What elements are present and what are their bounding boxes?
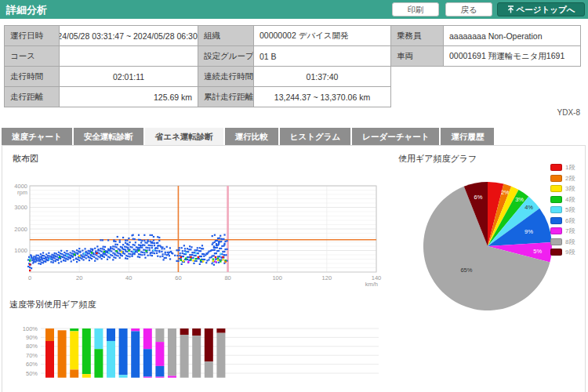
speedband-stacked-bars: 100%90%80%70%60%50% — [0, 294, 588, 392]
tab-レーダーチャート[interactable]: レーダーチャート — [352, 128, 439, 145]
page-top-button[interactable]: ページトップへ — [497, 2, 585, 16]
info-label: 走行時間 — [5, 67, 60, 87]
svg-text:60: 60 — [175, 274, 181, 281]
legend-item: 5段 — [550, 205, 575, 216]
svg-text:4%: 4% — [524, 204, 533, 211]
legend-item: 3段 — [550, 183, 575, 194]
legend-label: 6段 — [565, 216, 575, 225]
svg-text:70%: 70% — [26, 352, 38, 359]
svg-text:60%: 60% — [26, 361, 38, 368]
back-button[interactable]: 戻る — [445, 2, 492, 16]
info-label: 累計走行距離 — [198, 87, 254, 107]
legend-label: 7段 — [565, 227, 575, 235]
info-value: 02:01:11 — [60, 67, 198, 87]
info-value — [60, 46, 198, 67]
tab-安全運転診断[interactable]: 安全運転診断 — [74, 128, 143, 145]
svg-text:0: 0 — [28, 274, 31, 281]
svg-text:90%: 90% — [26, 334, 38, 341]
tab-運行比較[interactable]: 運行比較 — [225, 128, 278, 145]
legend-swatch — [550, 217, 562, 224]
svg-text:km/h: km/h — [365, 281, 378, 288]
info-filler — [391, 87, 581, 107]
legend-swatch — [550, 206, 562, 213]
gear-pie-title: 使用ギア頻度グラフ — [398, 153, 477, 165]
svg-text:3000: 3000 — [14, 204, 27, 211]
legend-swatch — [550, 196, 562, 203]
legend-label: 1段 — [565, 163, 575, 172]
legend-swatch — [550, 238, 562, 245]
legend-swatch — [550, 185, 562, 192]
tab-速度チャート[interactable]: 速度チャート — [2, 128, 72, 145]
svg-text:120: 120 — [322, 274, 332, 281]
legend-label: 8段 — [565, 238, 575, 246]
svg-text:9%: 9% — [524, 228, 533, 235]
svg-text:100: 100 — [272, 274, 282, 281]
info-filler — [391, 67, 581, 87]
info-label: 運行日時 — [5, 26, 60, 46]
device-model-label: YDX-8 — [557, 108, 580, 117]
svg-text:50%: 50% — [26, 370, 38, 377]
info-label: 車両 — [391, 46, 444, 67]
info-label: 乗務員 — [391, 26, 444, 46]
legend-swatch — [550, 164, 562, 171]
legend-item: 8段 — [550, 237, 575, 248]
tab-省エネ運転診断[interactable]: 省エネ運転診断 — [145, 128, 223, 145]
legend-item: 7段 — [550, 226, 575, 237]
detail-analysis-screen: 詳細分析 印刷 戻る ページトップへ 運行日時2024/05/28 03:31:… — [0, 0, 588, 392]
gear-legend: 1段2段3段4段5段6段7段8段9段 — [550, 162, 575, 258]
info-value: 13,244.37 ~ 13,370.06 km — [254, 87, 391, 107]
info-label: コース — [5, 46, 60, 67]
info-label: 設定グループ — [198, 46, 254, 67]
svg-text:20: 20 — [76, 274, 82, 281]
page-top-label: ページトップへ — [517, 5, 575, 14]
svg-text:3%: 3% — [515, 196, 524, 203]
legend-item: 1段 — [550, 162, 575, 173]
info-value: 01:37:40 — [254, 67, 391, 87]
svg-text:65%: 65% — [460, 267, 472, 274]
legend-item: 2段 — [550, 173, 575, 184]
legend-label: 4段 — [565, 195, 575, 204]
info-value: 2024/05/28 03:31:47 ~ 2024/05/28 06:30:0… — [60, 26, 198, 46]
svg-text:1000: 1000 — [14, 247, 27, 254]
svg-text:6%: 6% — [474, 194, 483, 201]
info-label: 組織 — [198, 26, 254, 46]
tab-ヒストグラム[interactable]: ヒストグラム — [280, 128, 350, 145]
legend-item: 4段 — [550, 194, 575, 205]
svg-text:80: 80 — [224, 274, 230, 281]
legend-swatch — [550, 227, 562, 234]
tab-運行履歴[interactable]: 運行履歴 — [441, 128, 494, 145]
info-value: 00000002 デバイス開発 — [254, 26, 391, 46]
info-label: 連続走行時間 — [198, 67, 254, 87]
page-title: 詳細分析 — [6, 3, 47, 17]
analysis-tabbar: 速度チャート安全運転診断省エネ運転診断運行比較ヒストグラムレーダーチャート運行履… — [2, 128, 494, 145]
svg-text:40: 40 — [125, 274, 132, 281]
trip-info-table: 運行日時2024/05/28 03:31:47 ~ 2024/05/28 06:… — [4, 25, 581, 107]
info-value: 01 B — [254, 46, 391, 67]
legend-label: 9段 — [565, 248, 575, 256]
print-button[interactable]: 印刷 — [392, 2, 439, 16]
info-label: 走行距離 — [5, 87, 60, 107]
legend-item: 9段 — [550, 247, 575, 258]
legend-label: 3段 — [565, 184, 575, 193]
svg-text:rpm: rpm — [17, 189, 27, 196]
info-value: 00001691 翔運輸モニタ用1691 — [444, 46, 581, 67]
info-value: aaaaaaaa Non-Operation — [444, 26, 581, 46]
svg-text:2000: 2000 — [14, 226, 27, 233]
legend-swatch — [550, 249, 562, 256]
legend-item: 6段 — [550, 216, 575, 227]
svg-text:80%: 80% — [26, 343, 38, 350]
legend-label: 5段 — [565, 205, 575, 214]
info-value: 125.69 km — [60, 87, 198, 107]
legend-label: 2段 — [565, 174, 575, 183]
legend-swatch — [550, 175, 562, 182]
svg-text:100%: 100% — [23, 325, 38, 332]
arrow-to-top-icon — [507, 5, 514, 13]
svg-text:5%: 5% — [533, 248, 542, 255]
